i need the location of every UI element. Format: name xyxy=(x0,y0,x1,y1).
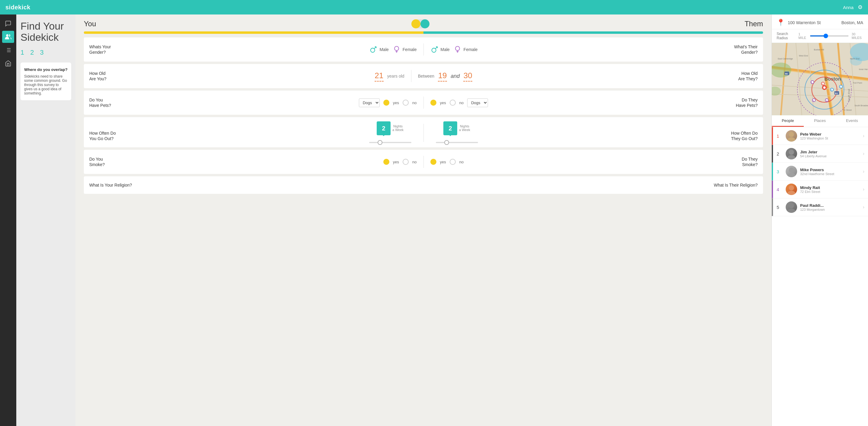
person-row-2[interactable]: 2 Jim Jeter 54 Liberty Avenue › xyxy=(772,145,868,163)
sidebar-item-home[interactable] xyxy=(2,57,14,69)
them-smoke-no-label: no xyxy=(459,160,464,164)
you-female-option[interactable]: Female xyxy=(392,45,417,54)
map-area[interactable]: Boston 3 4 5 7 2 xyxy=(772,43,868,115)
person-address-1: 123 Washington St xyxy=(800,137,863,140)
them-slider-thumb[interactable] xyxy=(444,140,449,145)
panel-sidebar: Find Your Sidekick 1 2 3 Where do you ov… xyxy=(16,15,75,426)
person-rank-1: 1 xyxy=(777,134,783,139)
age-min[interactable]: 19 xyxy=(438,71,447,82)
sidebar-item-list[interactable] xyxy=(2,44,14,56)
tabs-row: People Places Events xyxy=(772,115,868,127)
them-pets-yes[interactable] xyxy=(430,100,436,106)
person-row-3[interactable]: 3 Mike Powers 32nd Hawthorne Street › xyxy=(772,163,868,180)
help-body: Sidekicks need to share some common grou… xyxy=(24,74,67,95)
person-info-1: Pete Weber 123 Washington St xyxy=(800,132,863,140)
svg-point-74 xyxy=(787,173,796,177)
them-smoke-no[interactable] xyxy=(450,159,456,165)
gender-left-label: Whats YourGender? xyxy=(89,44,137,55)
you-pets-yes[interactable] xyxy=(383,100,390,106)
age-max[interactable]: 30 xyxy=(463,71,472,82)
svg-point-43 xyxy=(823,86,826,89)
person-name-2: Jim Jeter xyxy=(800,150,863,154)
svg-text:South End: South End xyxy=(847,89,850,102)
goout-right-label: How Often DoThey Go Out? xyxy=(709,121,757,141)
person-name-1: Pete Weber xyxy=(800,132,863,137)
svg-point-0 xyxy=(6,34,8,36)
age-row: How OldAre You? 21 years old Between 19 … xyxy=(84,64,763,88)
sidebar-item-people[interactable] xyxy=(2,31,14,43)
person-rank-5: 5 xyxy=(777,205,783,210)
them-pet-select[interactable]: Dogs Cats Birds Fish xyxy=(467,98,488,107)
gender-row: Whats YourGender? Male xyxy=(84,37,763,62)
you-pets-no[interactable] xyxy=(403,100,409,106)
person-avatar-4 xyxy=(786,183,797,195)
you-pets-no-label: no xyxy=(412,101,416,105)
step-indicators: 1 2 3 xyxy=(21,49,71,56)
step-2[interactable]: 2 xyxy=(30,49,34,56)
svg-text:D Street: D Street xyxy=(844,109,852,111)
person-row-5[interactable]: 5 Paul Raddi... 123 Morgantown › xyxy=(772,198,868,216)
person-arrow-1: › xyxy=(863,133,864,139)
them-smoke-yes-label: yes xyxy=(440,160,446,164)
person-row-1[interactable]: 1 Pete Weber 123 Washington St › xyxy=(772,127,868,145)
find-your-sidekick-title: Find Your Sidekick xyxy=(21,21,71,43)
person-name-3: Mike Powers xyxy=(800,168,863,172)
person-row-4[interactable]: 4 Mindy Rait 72 Elm Street › xyxy=(772,180,868,198)
you-slider-thumb[interactable] xyxy=(378,140,382,145)
your-age[interactable]: 21 xyxy=(375,71,384,82)
sidebar-item-chat[interactable] xyxy=(2,18,14,30)
pets-left-label: Do YouHave Pets? xyxy=(89,97,137,108)
them-goout-slider: 2 Nightsa Week xyxy=(436,121,478,143)
svg-point-73 xyxy=(789,168,794,173)
people-list: 1 Pete Weber 123 Washington St › 2 xyxy=(772,127,868,426)
person-rank-2: 2 xyxy=(777,151,783,157)
goout-left-label: How Often DoYou Go Out? xyxy=(89,121,137,141)
them-slider-track xyxy=(436,142,478,143)
tab-places[interactable]: Places xyxy=(804,115,836,127)
icon-sidebar xyxy=(0,15,16,426)
smoke-right-label: Do TheySmoke? xyxy=(709,157,757,167)
progress-bar xyxy=(84,31,763,34)
goout-inputs: 2 Nightsa Week xyxy=(137,121,709,143)
svg-text:Inner Har: Inner Har xyxy=(859,68,868,70)
svg-point-77 xyxy=(789,203,794,208)
you-smoke-no[interactable] xyxy=(403,159,409,165)
svg-point-75 xyxy=(789,186,794,191)
svg-text:2: 2 xyxy=(826,100,827,102)
search-radius-row: Search Radius 1 MILE 30 MILES xyxy=(772,29,868,43)
person-arrow-3: › xyxy=(863,169,864,174)
tab-people[interactable]: People xyxy=(772,115,804,127)
them-nights-label: Nightsa Week xyxy=(459,124,470,132)
toggle-center[interactable] xyxy=(411,19,430,28)
you-pet-select[interactable]: Dogs Cats Birds Fish xyxy=(359,98,380,107)
person-address-5: 123 Morgantown xyxy=(800,208,863,211)
you-male-option[interactable]: Male xyxy=(369,45,389,54)
step-3[interactable]: 3 xyxy=(40,49,44,56)
you-smoke-yes[interactable] xyxy=(383,159,390,165)
age-left-label: How OldAre You? xyxy=(89,70,137,82)
person-info-5: Paul Raddi... 123 Morgantown xyxy=(800,203,863,211)
tab-events[interactable]: Events xyxy=(836,115,868,127)
svg-point-72 xyxy=(787,155,796,160)
person-avatar-3 xyxy=(786,166,797,177)
svg-text:North End: North End xyxy=(850,58,860,60)
svg-text:Bunker Hill: Bunker Hill xyxy=(814,49,824,51)
them-pets-no[interactable] xyxy=(450,100,456,106)
pets-row: Do YouHave Pets? Dogs Cats Birds Fish ye… xyxy=(84,91,763,115)
city-text: Boston, MA xyxy=(841,20,863,25)
them-female-option[interactable]: Female xyxy=(453,45,478,54)
pets-right-label: Do TheyHave Pets? xyxy=(709,97,757,108)
progress-you xyxy=(84,31,424,34)
svg-text:90: 90 xyxy=(785,73,788,75)
step-1[interactable]: 1 xyxy=(21,49,24,56)
them-male-option[interactable]: Male xyxy=(430,45,450,54)
toggle-pill[interactable] xyxy=(411,19,430,28)
svg-text:7: 7 xyxy=(840,86,841,88)
them-smoke-yes[interactable] xyxy=(430,159,436,165)
gender-right-label: What's TheirGender? xyxy=(709,44,757,55)
radius-slider[interactable] xyxy=(810,35,849,36)
you-nights-label: Nightsa Week xyxy=(392,124,404,132)
svg-text:4: 4 xyxy=(813,100,814,102)
right-panel-address: 📍 100 Warrenton St Boston, MA xyxy=(772,15,868,29)
gear-icon[interactable]: ⚙ xyxy=(858,4,863,10)
